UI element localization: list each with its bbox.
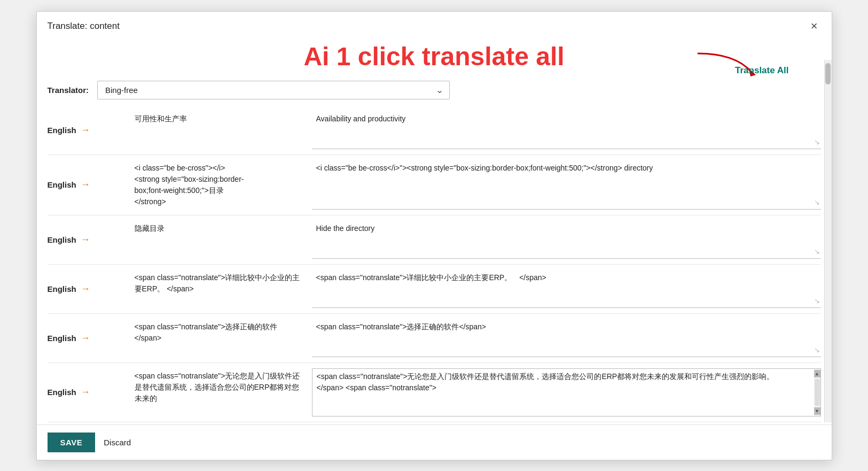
lang-label: English (48, 235, 76, 244)
target-textarea[interactable]: <span class="notranslate">选择正确的软件</span> (316, 321, 817, 351)
lang-arrow-icon: → (81, 283, 90, 295)
source-text: <span class="notranslate">选择正确的软件</span> (130, 319, 312, 357)
translator-label: Translator: (48, 86, 89, 95)
target-textarea[interactable]: <span class="notranslate">详细比较中小企业的主要ERP… (316, 272, 817, 302)
dialog-header: Translate: content × (37, 12, 832, 38)
table-row: English → <span class="notranslate">选择正确… (48, 314, 821, 363)
translator-row: Translator: Bing-free Google-free DeepL … (37, 76, 832, 106)
translator-select[interactable]: Bing-free Google-free DeepL (97, 81, 450, 99)
lang-arrow-icon: → (81, 179, 90, 190)
translator-select-wrap: Bing-free Google-free DeepL ⌄ (97, 81, 450, 99)
lang-col: English → (48, 221, 130, 259)
lang-col: English → (48, 160, 130, 210)
table-row: English → <span class="notranslate">无论您是… (48, 363, 821, 422)
save-button[interactable]: SAVE (48, 433, 96, 452)
target-col: <i class="be be-cross</i>"><strong style… (312, 160, 821, 210)
lang-arrow-icon: → (81, 125, 90, 136)
source-text: <span class="notranslate">无论您是入门级软件还是替代遗… (130, 368, 312, 416)
target-col: <span class="notranslate">详细比较中小企业的主要ERP… (312, 270, 821, 308)
target-col: <span class="notranslate">选择正确的软件</span>… (312, 319, 821, 357)
lang-arrow-icon: → (81, 333, 90, 344)
translate-dialog: Translate: content × Ai 1 click translat… (36, 11, 832, 460)
target-textarea[interactable]: <i class="be be-cross</i>"><strong style… (316, 163, 817, 192)
target-col: <span class="notranslate">无论您是入门级软件还是替代遗… (312, 368, 821, 416)
lang-col: English → (48, 111, 130, 149)
lang-arrow-icon: → (81, 387, 90, 398)
target-textarea[interactable]: Hide the directory (316, 223, 817, 253)
ai-banner: Ai 1 click translate all Translate All (37, 38, 832, 76)
target-textarea[interactable]: Availability and productivity (316, 113, 817, 143)
table-row: English → <span class="notranslate">详细比较… (48, 265, 821, 314)
table-row: English → 可用性和生产率 Availability and produ… (48, 106, 821, 155)
dialog-footer: SAVE Discard (37, 424, 832, 460)
content-area: English → 可用性和生产率 Availability and produ… (37, 106, 832, 424)
scroll-down-button[interactable]: ▼ (814, 407, 820, 415)
ai-banner-title: Ai 1 click translate all (303, 42, 564, 71)
lang-label: English (48, 284, 76, 294)
dialog-scrollbar (824, 60, 832, 422)
source-text: 隐藏目录 (130, 221, 312, 259)
lang-label: English (48, 180, 76, 189)
lang-col: English → (48, 319, 130, 357)
lang-col: English → (48, 270, 130, 308)
source-text: <i class="be be-cross"></i><strong style… (130, 160, 312, 210)
textarea-scrollbar: ▲ ▼ (814, 369, 820, 416)
resize-icon: ↘ (814, 197, 820, 208)
discard-button[interactable]: Discard (104, 438, 131, 447)
source-text: <span class="notranslate">详细比较中小企业的主要ERP… (130, 270, 312, 308)
dialog-title: Translate: content (48, 21, 120, 32)
table-row: English → <i class="be be-cross"></i><st… (48, 155, 821, 215)
lang-label: English (48, 388, 76, 397)
scroll-up-button[interactable]: ▲ (814, 370, 820, 377)
target-col: Availability and productivity ↘ (312, 111, 821, 149)
lang-label: English (48, 334, 76, 343)
lang-label: English (48, 126, 76, 135)
translate-all-link[interactable]: Translate All (735, 65, 788, 76)
scrollbar-thumb (825, 63, 831, 84)
source-text: 可用性和生产率 (130, 111, 312, 149)
lang-arrow-icon: → (81, 234, 90, 245)
lang-col: English → (48, 368, 130, 416)
target-textarea[interactable]: <span class="notranslate">无论您是入门级软件还是替代遗… (317, 371, 816, 414)
target-col: Hide the directory ↘ (312, 221, 821, 259)
close-button[interactable]: × (808, 19, 821, 33)
table-row: English → 隐藏目录 Hide the directory ↘ (48, 215, 821, 265)
